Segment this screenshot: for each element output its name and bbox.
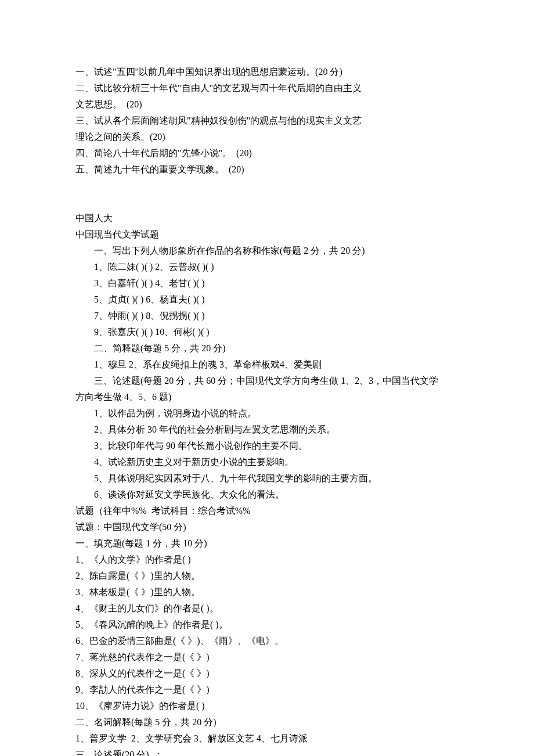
s1-q3b: 理论之间的关系。(20) [75, 129, 459, 145]
s3-f5: 5、《春风沉醉的晚上》的作者是( )。 [75, 617, 459, 633]
s2-p1-4: 7、钟雨( )( ) 8、倪拐拐( )( ) [75, 308, 459, 324]
s2-p1-2: 3、白嘉轩( )( ) 4、老甘( )( ) [75, 275, 459, 291]
s3-f8: 8、深从义的代表作之一是(《 》) [75, 665, 459, 682]
s2-p3-5: 5、具体说明纪实因素对于八、九十年代我国文学的影响的主要方面。 [75, 470, 459, 487]
s3-f9: 9、李劼人的代表作之一是(《 》) [75, 682, 459, 698]
s2-p3-1: 1、以作品为例，说明身边小说的特点。 [75, 405, 459, 422]
s3-part1-head: 一、填充题(每题 1 分，共 10 分) [75, 535, 459, 552]
s2-p3-4: 4、试论新历史主义对于新历史小说的主要影响。 [75, 454, 459, 470]
s3-f1: 1、《人的文学》的作者是( ) [75, 552, 459, 568]
s3-f10: 10、《摩罗诗力说》的作者是( ) [75, 698, 459, 714]
s3-part2-head: 二、名词解释(每题 5 分，共 20 分) [75, 714, 459, 730]
s1-q5: 五、简述九十年代的重要文学现象。 (20) [75, 161, 459, 178]
s3-head2: 试题：中国现代文学(50 分) [75, 519, 459, 535]
blank-line [75, 178, 459, 194]
s2-p1-5: 9、张嘉庆( )( ) 10、何彬( )( ) [75, 324, 459, 340]
s1-q4: 四、简论八十年代后期的"先锋小说"。 (20) [75, 145, 459, 161]
s2-p3-6: 6、谈谈你对延安文学民族化、大众化的看法。 [75, 487, 459, 503]
s1-q3a: 三、试从各个层面阐述胡风"精神奴役创伤"的观点与他的现实主义文艺 [75, 113, 459, 129]
s2-part2-head: 二、简释题(每题 5 分，共 20 分) [75, 340, 459, 357]
s2-p3-2: 2、具体分析 30 年代的社会分析剧与左翼文艺思潮的关系。 [75, 422, 459, 438]
s3-f6: 6、巴金的爱情三部曲是(《 》)、《雨》、《电》。 [75, 633, 459, 649]
s2-p3-3: 3、比较卬年代与 90 年代长篇小说创作的主要不同。 [75, 438, 459, 454]
s1-q2b: 文艺思想。 (20) [75, 96, 459, 113]
s2-p2-1: 1、穆旦 2、系在皮绳扣上的魂 3、革命样板戏4、爱美剧 [75, 357, 459, 373]
s3-f3: 3、林老板是(《 》)里的人物。 [75, 584, 459, 600]
s3-head1: 试题（往年中%% 考试科目：综合考试%% [75, 503, 459, 519]
university-name: 中国人大 [75, 210, 459, 226]
document-page: 一、试述"五四"以前几年中国知识界出现的思想启蒙运动。(20 分) 二、试比较分… [0, 0, 534, 756]
s3-n1: 1、普罗文学 2、文学研究会 3、解放区文艺 4、七月诗派 [75, 730, 459, 747]
s1-q2a: 二、试比较分析三十年代"自由人"的文艺观与四十年代后期的自由主义 [75, 80, 459, 96]
s2-p1-1: 1、陈二妹( )( ) 2、云普叔( )( ) [75, 259, 459, 275]
s3-f2: 2、陈白露是(《 》)里的人物。 [75, 568, 459, 584]
s1-q1: 一、试述"五四"以前几年中国知识界出现的思想启蒙运动。(20 分) [75, 64, 459, 80]
s2-p1-3: 5、贞贞( )( ) 6、杨直夫( )( ) [75, 291, 459, 308]
s3-f7: 7、蒋光慈的代表作之一是(《 》) [75, 649, 459, 665]
blank-line [75, 194, 459, 210]
exam-title: 中国现当代文学试题 [75, 226, 459, 243]
s2-part1-head: 一、写出下列人物形象所在作品的名称和作家(每题 2 分，共 20 分) [75, 243, 459, 259]
s2-part3-head-b: 方向考生做 4、5、6 题) [75, 389, 459, 405]
s3-f4: 4、《财主的儿女们》的作者是( )。 [75, 600, 459, 617]
s3-part3-head: 三、论述题(20 分) ； [75, 747, 459, 756]
s2-part3-head-a: 三、论述题(每题 20 分，共 60 分；中国现代文学方向考生做 1、2、3，中… [75, 373, 459, 389]
